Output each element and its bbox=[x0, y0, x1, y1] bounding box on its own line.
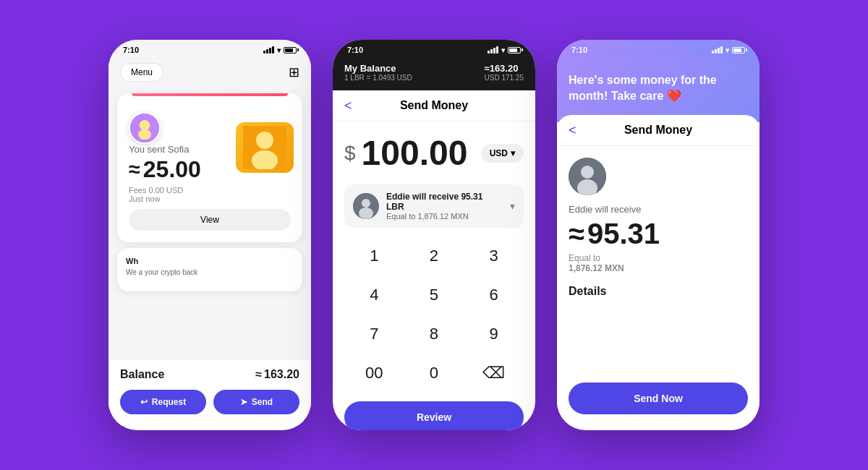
phone2-body: My Balance 1 LBR = 1.0493 USD ≈163.20 US… bbox=[333, 57, 535, 426]
key-0[interactable]: 0 bbox=[404, 354, 464, 393]
request-button[interactable]: ↩ Request bbox=[120, 390, 206, 414]
phone-3: 7:10 ▾ Here's some money for the month! … bbox=[557, 40, 760, 430]
recipient-info: Eddie will receive 95.31 LBR Equal to 1,… bbox=[386, 192, 503, 221]
phone3-send-money-title: Send Money bbox=[624, 124, 692, 137]
phone3-time: 7:10 bbox=[571, 46, 587, 54]
key-6[interactable]: 6 bbox=[464, 275, 524, 315]
receive-wave-icon: ≈ bbox=[569, 218, 584, 250]
phone3-body: Here's some money for the month! Take ca… bbox=[557, 57, 760, 426]
just-now-label: Just now bbox=[129, 195, 291, 203]
card-accent-bar bbox=[132, 93, 288, 96]
phone2-balance-row: My Balance 1 LBR = 1.0493 USD ≈163.20 US… bbox=[344, 63, 524, 82]
key-9[interactable]: 9 bbox=[464, 315, 524, 354]
phone2-battery-icon bbox=[508, 47, 521, 54]
view-button[interactable]: View bbox=[129, 209, 291, 231]
currency-chevron-icon: ▾ bbox=[511, 148, 515, 158]
phone3-send-money-header: < Send Money bbox=[557, 115, 760, 146]
key-7[interactable]: 7 bbox=[344, 315, 404, 354]
fees-label: Fees 0.00 USD bbox=[129, 186, 291, 195]
amount-section: $ 100.00 USD ▾ bbox=[333, 121, 535, 184]
main-card: You sent Sofia ≈ 25.00 Fees 0.00 USD Jus… bbox=[117, 93, 302, 242]
phone2-send-money-title: Send Money bbox=[400, 99, 468, 112]
phone3-back-button[interactable]: < bbox=[569, 123, 576, 138]
phone2-wifi-icon: ▾ bbox=[501, 46, 505, 54]
key-1[interactable]: 1 bbox=[344, 236, 404, 275]
my-balance-label: My Balance bbox=[344, 63, 412, 74]
svg-point-8 bbox=[359, 208, 373, 219]
key-8[interactable]: 8 bbox=[404, 315, 464, 354]
svg-point-4 bbox=[256, 132, 273, 149]
phone1-topbar: Menu ⊞ bbox=[109, 57, 311, 87]
recipient-sub: Equal to 1,876.12 MXN bbox=[386, 212, 503, 221]
balance-row: Balance ≈ 163.20 bbox=[120, 368, 299, 381]
currency-label: USD bbox=[490, 148, 508, 158]
phone1-battery-icon bbox=[284, 47, 297, 54]
phone2-time: 7:10 bbox=[347, 46, 363, 54]
details-label: Details bbox=[569, 285, 748, 298]
phone2-header: My Balance 1 LBR = 1.0493 USD ≈163.20 US… bbox=[333, 57, 535, 90]
svg-point-7 bbox=[362, 199, 370, 208]
ad-card-title: Wh bbox=[126, 257, 294, 265]
phone2-balance-value: ≈163.20 bbox=[485, 63, 524, 74]
ad-card: Wh We a your crypto back bbox=[117, 248, 302, 291]
phone3-content: Eddie will receive ≈ 95.31 Equal to 1,87… bbox=[557, 146, 760, 383]
qr-icon[interactable]: ⊞ bbox=[289, 64, 299, 80]
phone1-card-area: You sent Sofia ≈ 25.00 Fees 0.00 USD Jus… bbox=[109, 87, 311, 359]
eddie-will-receive-label: Eddie will receive bbox=[569, 204, 748, 215]
phone3-status-icons: ▾ bbox=[712, 46, 745, 54]
balance-wave-icon: ≈ bbox=[255, 368, 262, 381]
phone1-status-icons: ▾ bbox=[263, 46, 297, 54]
review-button[interactable]: Review bbox=[344, 401, 524, 430]
currency-selector[interactable]: USD ▾ bbox=[481, 144, 524, 163]
svg-point-2 bbox=[138, 129, 151, 140]
balance-amount: ≈ 163.20 bbox=[255, 368, 299, 381]
phone2-status-bar: 7:10 ▾ bbox=[333, 40, 535, 57]
phone3-gradient-area: Here's some money for the month! Take ca… bbox=[557, 57, 760, 122]
request-arrow-icon: ↩ bbox=[140, 397, 148, 407]
phone1-body: Menu ⊞ bbox=[109, 57, 311, 426]
key-5[interactable]: 5 bbox=[404, 275, 464, 315]
balance-label: Balance bbox=[120, 368, 164, 381]
ad-card-body: We a your crypto back bbox=[126, 268, 294, 276]
send-now-button[interactable]: Send Now bbox=[569, 383, 748, 414]
phone1-wifi-icon: ▾ bbox=[277, 46, 281, 54]
phone3-signal-icon bbox=[712, 46, 723, 54]
recipient-chevron-icon: ▾ bbox=[510, 200, 515, 212]
equal-to-label: Equal to bbox=[569, 253, 748, 263]
key-backspace[interactable]: ⌫ bbox=[464, 354, 524, 393]
phone-2: 7:10 ▾ My Balance 1 LBR = 1.0493 USD bbox=[333, 40, 535, 430]
phone-1: 7:10 ▾ Menu ⊞ bbox=[109, 40, 311, 430]
send-button[interactable]: ➤ Send bbox=[213, 390, 299, 414]
action-buttons: ↩ Request ➤ Send bbox=[120, 390, 299, 414]
svg-point-10 bbox=[581, 166, 594, 179]
phone2-signal-icon bbox=[488, 46, 498, 54]
usd-rate-label: 1 LBR = 1.0493 USD bbox=[344, 74, 412, 82]
menu-button[interactable]: Menu bbox=[120, 63, 163, 82]
key-3[interactable]: 3 bbox=[464, 236, 524, 275]
key-2[interactable]: 2 bbox=[404, 236, 464, 275]
sofia-avatar bbox=[129, 112, 161, 144]
usd-total-label: USD 171.25 bbox=[485, 74, 524, 82]
phone2-send-money-header: < Send Money bbox=[333, 90, 535, 121]
phone1-time: 7:10 bbox=[123, 46, 139, 54]
amount-value: 100.00 bbox=[362, 133, 468, 173]
keypad: 1 2 3 4 5 6 7 8 9 00 0 ⌫ bbox=[333, 236, 535, 393]
key-00[interactable]: 00 bbox=[344, 354, 404, 393]
phone3-card: < Send Money Eddie will receive ≈ bbox=[557, 115, 760, 426]
money-message: Here's some money for the month! Take ca… bbox=[569, 72, 748, 105]
eddie-avatar bbox=[569, 158, 606, 195]
recipient-avatar bbox=[353, 193, 379, 219]
recipient-name: Eddie will receive 95.31 LBR bbox=[386, 192, 503, 212]
recipient-bar[interactable]: Eddie will receive 95.31 LBR Equal to 1,… bbox=[344, 184, 524, 228]
phone2-status-icons: ▾ bbox=[488, 46, 521, 54]
mxn-amount: 1,876.12 MXN bbox=[569, 263, 748, 273]
receive-amount: ≈ 95.31 bbox=[569, 218, 748, 250]
phone1-status-bar: 7:10 ▾ bbox=[109, 40, 311, 57]
phone2-back-button[interactable]: < bbox=[344, 98, 352, 114]
phone3-status-bar: 7:10 ▾ bbox=[557, 40, 760, 57]
phone3-battery-icon bbox=[732, 47, 745, 54]
send-arrow-icon: ➤ bbox=[240, 397, 247, 407]
key-4[interactable]: 4 bbox=[344, 275, 404, 315]
phone1-bottom: Balance ≈ 163.20 ↩ Request ➤ Send bbox=[109, 359, 311, 426]
phone1-signal-icon bbox=[263, 46, 274, 54]
